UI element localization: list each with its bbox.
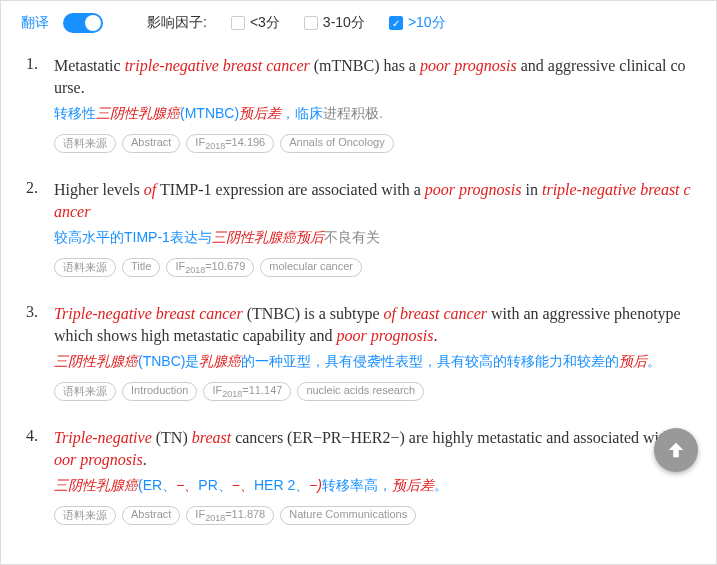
tag-pill[interactable]: nucleic acids research [297, 382, 424, 401]
english-sentence: Higher levels of TIMP-1 expression are a… [54, 179, 691, 222]
entry-body: Triple-negative breast cancer (TNBC) is … [54, 303, 691, 401]
filter-checkbox[interactable]: <3分 [231, 14, 280, 32]
tag-row: 语料来源IntroductionIF2018=11.147nucleic aci… [54, 382, 691, 401]
result-entry: 2.Higher levels of TIMP-1 expression are… [26, 179, 691, 277]
tag-pill[interactable]: Title [122, 258, 160, 277]
chinese-translation: 转移性三阴性乳腺癌(MTNBC)预后差，临床进程积极. [54, 104, 691, 124]
impact-factor-label: 影响因子: [147, 14, 207, 32]
chinese-translation: 三阴性乳腺癌(TNBC)是乳腺癌的一种亚型，具有侵袭性表型，具有较高的转移能力和… [54, 352, 691, 372]
entry-number: 1. [26, 55, 44, 153]
tag-pill[interactable]: Abstract [122, 506, 180, 525]
english-sentence: Triple-negative breast cancer (TNBC) is … [54, 303, 691, 346]
scroll-to-top-button[interactable] [654, 428, 698, 472]
chinese-translation: 三阴性乳腺癌(ER、−、PR、−、HER 2、−)转移率高，预后差。 [54, 476, 691, 496]
tag-row: 语料来源AbstractIF2018=11.878Nature Communic… [54, 506, 691, 525]
tag-pill[interactable]: IF2018=14.196 [186, 134, 274, 153]
entry-number: 3. [26, 303, 44, 401]
english-sentence: Triple-negative (TN) breast cancers (ER−… [54, 427, 691, 470]
tag-pill[interactable]: IF2018=11.147 [203, 382, 291, 401]
checkbox-icon [231, 16, 245, 30]
entry-body: Metastatic triple-negative breast cancer… [54, 55, 691, 153]
tag-pill[interactable]: 语料来源 [54, 506, 116, 525]
tag-pill[interactable]: IF2018=10.679 [166, 258, 254, 277]
chinese-translation: 较高水平的TIMP-1表达与三阴性乳腺癌预后不良有关 [54, 228, 691, 248]
tag-pill[interactable]: Introduction [122, 382, 197, 401]
tag-pill[interactable]: 语料来源 [54, 134, 116, 153]
translate-label: 翻译 [21, 14, 49, 32]
entry-number: 2. [26, 179, 44, 277]
tag-pill[interactable]: 语料来源 [54, 382, 116, 401]
result-entry: 4.Triple-negative (TN) breast cancers (E… [26, 427, 691, 525]
entry-body: Triple-negative (TN) breast cancers (ER−… [54, 427, 691, 525]
top-filter-bar: 翻译 影响因子: <3分3-10分✓>10分 [1, 1, 716, 45]
tag-pill[interactable]: Nature Communications [280, 506, 416, 525]
checkbox-icon [304, 16, 318, 30]
results-list: 1.Metastatic triple-negative breast canc… [1, 45, 716, 565]
filter-checkbox[interactable]: ✓>10分 [389, 14, 446, 32]
tag-row: 语料来源AbstractIF2018=14.196Annals of Oncol… [54, 134, 691, 153]
tag-pill[interactable]: molecular cancer [260, 258, 362, 277]
checkbox-icon: ✓ [389, 16, 403, 30]
translate-toggle[interactable] [63, 13, 103, 33]
english-sentence: Metastatic triple-negative breast cancer… [54, 55, 691, 98]
tag-pill[interactable]: Abstract [122, 134, 180, 153]
filter-label: >10分 [408, 14, 446, 32]
filter-checkbox[interactable]: 3-10分 [304, 14, 365, 32]
tag-pill[interactable]: Annals of Oncology [280, 134, 393, 153]
tag-row: 语料来源TitleIF2018=10.679molecular cancer [54, 258, 691, 277]
filter-label: 3-10分 [323, 14, 365, 32]
filter-label: <3分 [250, 14, 280, 32]
result-entry: 1.Metastatic triple-negative breast canc… [26, 55, 691, 153]
tag-pill[interactable]: 语料来源 [54, 258, 116, 277]
entry-number: 4. [26, 427, 44, 525]
arrow-up-icon [665, 439, 687, 461]
entry-body: Higher levels of TIMP-1 expression are a… [54, 179, 691, 277]
tag-pill[interactable]: IF2018=11.878 [186, 506, 274, 525]
result-entry: 3.Triple-negative breast cancer (TNBC) i… [26, 303, 691, 401]
